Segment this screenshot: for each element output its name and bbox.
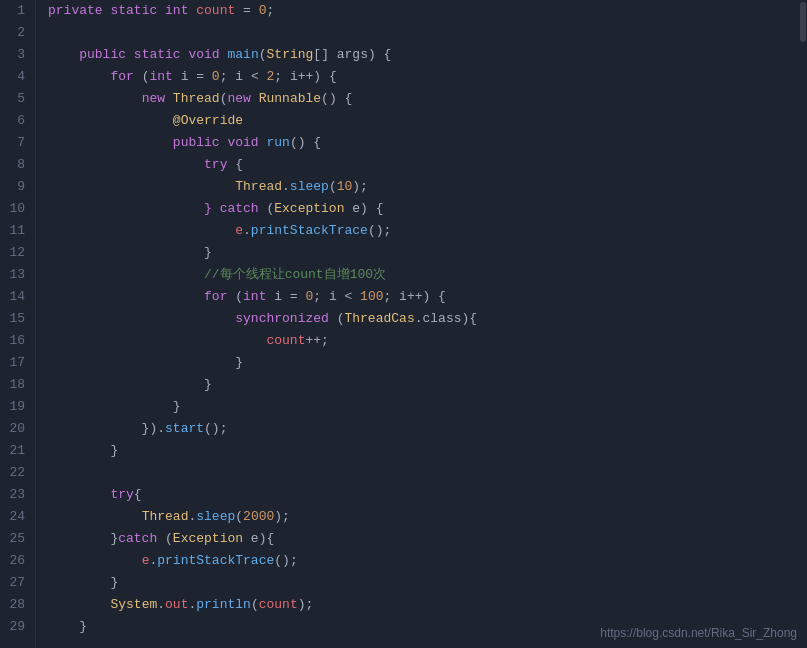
- kw-token: int: [149, 69, 172, 84]
- method-token: sleep: [290, 179, 329, 194]
- code-line: try {: [48, 154, 807, 176]
- num-token: 0: [212, 69, 220, 84]
- plain-token: args) {: [337, 47, 392, 62]
- plain-token: }).: [48, 421, 165, 436]
- code-line: count++;: [48, 330, 807, 352]
- code-line: try{: [48, 484, 807, 506]
- plain-token: ; i++) {: [274, 69, 336, 84]
- scrollbar[interactable]: [799, 0, 807, 648]
- kw-token: for: [204, 289, 227, 304]
- plain-token: [48, 289, 204, 304]
- plain-token: [48, 311, 235, 326]
- plain-token: (: [134, 69, 150, 84]
- line-number: 6: [8, 110, 25, 132]
- plain-token: i =: [266, 289, 305, 304]
- line-number: 25: [8, 528, 25, 550]
- plain-token: [48, 157, 204, 172]
- kw-token: catch: [118, 531, 157, 546]
- plain-token: [48, 597, 110, 612]
- plain-token: [48, 509, 142, 524]
- plain-token: }: [48, 355, 243, 370]
- plain-token: i =: [173, 69, 212, 84]
- line-number: 23: [8, 484, 25, 506]
- method-token: start: [165, 421, 204, 436]
- var-token: out: [165, 597, 188, 612]
- field-token: count: [196, 3, 235, 18]
- code-line: }).start();: [48, 418, 807, 440]
- plain-token: () {: [290, 135, 321, 150]
- code-line: @Override: [48, 110, 807, 132]
- plain-token: }: [48, 399, 181, 414]
- plain-token: e){: [243, 531, 274, 546]
- plain-token: () {: [321, 91, 352, 106]
- plain-token: .: [282, 179, 290, 194]
- line-number: 24: [8, 506, 25, 528]
- num-token: 0: [259, 3, 267, 18]
- line-number: 27: [8, 572, 25, 594]
- code-line: }: [48, 396, 807, 418]
- cls-token: System: [110, 597, 157, 612]
- kw-token: new: [142, 91, 165, 106]
- cls-token: Thread: [173, 91, 220, 106]
- plain-token: [48, 223, 235, 238]
- field-token: count: [259, 597, 298, 612]
- plain-token: e) {: [344, 201, 383, 216]
- plain-token: (: [235, 509, 243, 524]
- kw-token: for: [110, 69, 133, 84]
- num-token: 2000: [243, 509, 274, 524]
- plain-token: [48, 553, 142, 568]
- plain-token: [48, 69, 110, 84]
- code-line: public static void main(String[] args) {: [48, 44, 807, 66]
- line-number: 26: [8, 550, 25, 572]
- plain-token: [48, 333, 266, 348]
- code-line: }: [48, 440, 807, 462]
- method-token: sleep: [196, 509, 235, 524]
- code-line: new Thread(new Runnable() {: [48, 88, 807, 110]
- plain-token: ; i++) {: [384, 289, 446, 304]
- code-line: public void run() {: [48, 132, 807, 154]
- plain-token: [48, 47, 79, 62]
- scrollbar-thumb[interactable]: [800, 2, 806, 42]
- code-line: Thread.sleep(2000);: [48, 506, 807, 528]
- plain-token: .class){: [415, 311, 477, 326]
- line-number: 29: [8, 616, 25, 638]
- plain-token: (: [329, 179, 337, 194]
- code-line: for (int i = 0; i < 2; i++) {: [48, 66, 807, 88]
- plain-token: (: [259, 201, 275, 216]
- var-token: e: [235, 223, 243, 238]
- plain-token: );: [298, 597, 314, 612]
- plain-token: }: [48, 619, 87, 634]
- code-container: 1234567891011121314151617181920212223242…: [0, 0, 807, 648]
- plain-token: []: [313, 47, 336, 62]
- code-line: Thread.sleep(10);: [48, 176, 807, 198]
- plain-token: }: [48, 575, 118, 590]
- code-line: }: [48, 374, 807, 396]
- code-line: } catch (Exception e) {: [48, 198, 807, 220]
- kw-token: static: [134, 47, 181, 62]
- plain-token: [220, 47, 228, 62]
- plain-token: ();: [274, 553, 297, 568]
- kw-token: try: [110, 487, 133, 502]
- field-token: count: [266, 333, 305, 348]
- line-number: 1: [8, 0, 25, 22]
- plain-token: .: [157, 597, 165, 612]
- method-token: println: [196, 597, 251, 612]
- line-number: 11: [8, 220, 25, 242]
- plain-token: (: [329, 311, 345, 326]
- kw-token: int: [165, 3, 188, 18]
- method-token: printStackTrace: [157, 553, 274, 568]
- cls-token: Exception: [274, 201, 344, 216]
- plain-token: {: [227, 157, 243, 172]
- code-line: }: [48, 572, 807, 594]
- num-token: 10: [337, 179, 353, 194]
- line-number: 2: [8, 22, 25, 44]
- code-line: }: [48, 242, 807, 264]
- plain-token: (: [157, 531, 173, 546]
- plain-token: ++;: [305, 333, 328, 348]
- line-number: 28: [8, 594, 25, 616]
- plain-token: }: [48, 377, 212, 392]
- watermark: https://blog.csdn.net/Rika_Sir_Zhong: [600, 626, 797, 640]
- code-editor: 1234567891011121314151617181920212223242…: [0, 0, 807, 648]
- kw-token: void: [227, 135, 258, 150]
- line-number: 19: [8, 396, 25, 418]
